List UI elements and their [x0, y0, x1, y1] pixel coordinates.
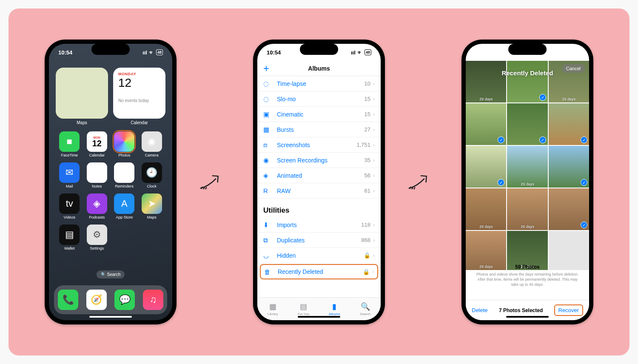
- wifi-icon: ᯤ: [357, 49, 363, 56]
- home-indicator[interactable]: [506, 316, 549, 318]
- dock: 📞🧭💬♫: [54, 285, 167, 314]
- status-time: 10:54: [58, 49, 72, 56]
- app-videos[interactable]: tvVideos: [56, 193, 83, 219]
- album-row-recently-deleted[interactable]: 🗑Recently Deleted🔒›: [260, 264, 378, 279]
- days-remaining: 29 days: [466, 225, 506, 229]
- album-row-slo-mo[interactable]: ◌Slo-mo15›: [257, 91, 381, 107]
- photo-thumb[interactable]: ✓: [549, 103, 589, 145]
- tutorial-canvas: 10:54 ııl ᯤ 48 Maps MONDAY 12 No events …: [9, 9, 629, 355]
- app-label: Clock: [147, 184, 157, 188]
- app-podcasts[interactable]: ◈Podcasts: [83, 193, 111, 219]
- row-count: 118: [361, 222, 370, 228]
- row-name: Hidden: [277, 252, 364, 259]
- app-camera[interactable]: ◉Camera: [138, 131, 166, 157]
- photo-thumb[interactable]: 29 days: [507, 188, 547, 230]
- app-facetime[interactable]: ■FaceTime: [56, 131, 83, 157]
- battery-icon: 47: [573, 49, 580, 55]
- app-wallet[interactable]: ▤Wallet: [56, 225, 83, 250]
- phone-home: 10:54 ııl ᯤ 48 Maps MONDAY 12 No events …: [45, 40, 177, 324]
- app-icon: ⦿: [114, 162, 134, 183]
- nav-bar: + Albums: [257, 61, 381, 76]
- app-photos[interactable]: ❋Photos: [111, 131, 138, 157]
- app-icon: ➤: [142, 193, 162, 214]
- delete-button[interactable]: Delete: [472, 307, 488, 313]
- app-label: FaceTime: [61, 153, 78, 157]
- row-name: Bursts: [277, 126, 365, 133]
- row-icon: ◈: [263, 172, 272, 179]
- app-maps[interactable]: ➤Maps: [138, 193, 166, 219]
- app-calendar[interactable]: MON12Calendar: [83, 131, 111, 157]
- photo-thumb[interactable]: ✓: [549, 188, 589, 230]
- home-indicator[interactable]: [89, 316, 132, 318]
- selected-check-icon: ✓: [498, 179, 504, 186]
- recover-button[interactable]: Recover: [554, 304, 583, 316]
- album-row-imports[interactable]: ⬇Imports118›: [257, 217, 381, 233]
- app-notes[interactable]: ≣Notes: [83, 162, 111, 188]
- albums-list[interactable]: ◌Time-lapse10›◌Slo-mo15›▣Cinematic15›▦Bu…: [257, 76, 381, 297]
- album-row-animated[interactable]: ◈Animated56›: [257, 168, 381, 183]
- search-pill[interactable]: 🔍 Search: [97, 270, 125, 279]
- dock-messages[interactable]: 💬: [114, 290, 135, 310]
- album-row-screen-recordings[interactable]: ◉Screen Recordings35›: [257, 153, 381, 168]
- selected-check-icon: ✓: [581, 136, 587, 143]
- tab-search[interactable]: 🔍Search: [350, 298, 381, 320]
- row-count: 1,751: [356, 142, 370, 148]
- photo-thumb[interactable]: ✓: [466, 146, 506, 188]
- row-count: 15: [365, 111, 370, 117]
- dock-phone[interactable]: 📞: [58, 290, 78, 310]
- chevron-icon: ›: [373, 253, 375, 259]
- cancel-button[interactable]: Cancel: [562, 64, 585, 73]
- status-indicators: ııl ᯤ 48: [142, 49, 163, 56]
- app-grid: ■FaceTimeMON12Calendar❋Photos◉Camera✉Mai…: [56, 131, 165, 256]
- album-row-duplicates[interactable]: ⧉Duplicates868›: [257, 233, 381, 248]
- tab-label: Search: [360, 312, 370, 316]
- selected-check-icon: ✓: [539, 136, 546, 143]
- photo-thumb[interactable]: 29 days: [507, 146, 547, 188]
- row-count: 🔒: [364, 252, 370, 259]
- app-label: Podcasts: [89, 215, 105, 219]
- calendar-widget[interactable]: MONDAY 12 No events today: [113, 68, 165, 119]
- chevron-icon: ›: [373, 96, 375, 102]
- app-icon: ❋: [114, 131, 134, 152]
- status-time: 11:02: [475, 49, 489, 56]
- selected-check-icon: ✓: [581, 179, 587, 186]
- notch: [300, 44, 338, 55]
- photo-thumb[interactable]: ✓: [466, 103, 506, 145]
- row-count: 868: [361, 237, 370, 243]
- photo-thumb[interactable]: 29 days: [466, 188, 506, 230]
- dock-safari[interactable]: 🧭: [86, 290, 107, 310]
- row-count: 56: [365, 172, 370, 179]
- album-row-raw[interactable]: RRAW81›: [257, 183, 381, 199]
- album-row-cinematic[interactable]: ▣Cinematic15›: [257, 107, 381, 122]
- album-row-bursts[interactable]: ▦Bursts27›: [257, 122, 381, 137]
- app-label: App Store: [116, 215, 133, 219]
- tab-library[interactable]: ▦Library: [257, 298, 288, 320]
- photo-thumb[interactable]: ✓: [507, 61, 547, 102]
- photo-thumb[interactable]: ✓: [549, 146, 589, 188]
- album-row-hidden[interactable]: ◡Hidden🔒›: [257, 248, 381, 263]
- album-row-time-lapse[interactable]: ◌Time-lapse10›: [257, 76, 381, 91]
- album-row-screenshots[interactable]: ⧈Screenshots1,751›: [257, 137, 381, 153]
- row-name: Slo-mo: [277, 96, 365, 102]
- app-mail[interactable]: ✉Mail: [56, 162, 83, 188]
- dock-music[interactable]: ♫: [143, 290, 163, 310]
- app-icon: ◈: [87, 193, 107, 214]
- row-name: Imports: [277, 222, 361, 228]
- photo-thumb[interactable]: 29 days: [466, 61, 506, 102]
- row-count: 35: [365, 157, 370, 163]
- maps-widget[interactable]: [56, 68, 108, 119]
- days-remaining: 29 days: [507, 182, 547, 186]
- wifi-icon: ᯤ: [149, 49, 154, 56]
- app-settings[interactable]: ⚙Settings: [83, 225, 111, 250]
- selected-check-icon: ✓: [539, 94, 546, 101]
- photo-thumb[interactable]: ✓: [507, 103, 547, 145]
- row-count: 🔒: [363, 269, 370, 275]
- app-app-store[interactable]: AApp Store: [111, 193, 138, 219]
- home-indicator[interactable]: [298, 316, 340, 318]
- row-count: 10: [365, 80, 370, 87]
- app-reminders[interactable]: ⦿Reminders: [111, 162, 138, 188]
- status-time: 10:54: [267, 49, 281, 56]
- row-icon: ⬇: [263, 221, 272, 229]
- app-clock[interactable]: 🕘Clock: [138, 162, 166, 188]
- row-icon: ◌: [263, 80, 272, 88]
